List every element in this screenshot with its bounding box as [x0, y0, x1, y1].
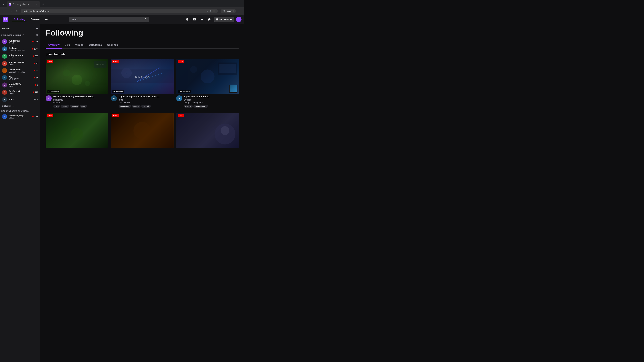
stream-tag-kuku-1[interactable]: English: [60, 105, 69, 108]
sidebar-item-sydeon[interactable]: S Sydeon League of Legends 1.7K: [1, 45, 40, 52]
stream-card-sydeon[interactable]: LIVE 1.7K viewers 5:36:19 S 5 year anni …: [176, 59, 239, 108]
tab-videos[interactable]: Videos: [72, 41, 86, 49]
followed-channels-title: FOLLOWED CHANNELS: [1, 34, 24, 36]
stream-tag-nats-0[interactable]: VALORANT: [118, 105, 131, 108]
tab-categories[interactable]: Categories: [86, 41, 105, 49]
stream-card-s6[interactable]: LIVE: [176, 113, 239, 149]
refresh-button[interactable]: ↻: [15, 9, 20, 13]
new-tab-button[interactable]: +: [41, 2, 46, 7]
sidebar-item-solapsapdota[interactable]: S solapsapdota Dota 2 600: [1, 53, 40, 60]
svg-rect-19: [111, 113, 174, 148]
star-icon[interactable]: ☆: [206, 10, 208, 12]
forward-button[interactable]: →: [9, 9, 14, 13]
inbox-button[interactable]: [192, 17, 197, 22]
channel-viewers-kukudota2: 3.2K: [32, 41, 38, 43]
avatar-initial: B: [4, 115, 5, 117]
bits-button[interactable]: [184, 17, 190, 22]
browser-nav-icons: Incognito ⋮: [220, 9, 242, 13]
avatar-initial: S: [4, 48, 5, 50]
channel-game-vanholiday: Escape from Tarkov: [9, 71, 32, 73]
stream-scene-s5: [111, 113, 174, 148]
svg-rect-15: [219, 64, 236, 73]
tab-channels[interactable]: Channels: [104, 41, 121, 49]
address-bar[interactable]: twitch.tv/directory/following ☆ ⊞ ⬛: [21, 9, 218, 13]
live-badge-nats: LIVE: [112, 60, 118, 63]
search-icon: [144, 18, 147, 21]
tab-group-back[interactable]: ❮: [1, 2, 6, 7]
nav-browse[interactable]: Browse: [29, 17, 41, 22]
show-more-button[interactable]: Show More: [1, 104, 40, 108]
bits-icon: [186, 18, 189, 21]
channel-avatar-kukudota2: K: [2, 39, 7, 44]
channel-avatar-mikarosemusic: M: [2, 61, 7, 66]
avatar-initial: M: [4, 62, 5, 64]
sidebar-item-magic899tv[interactable]: M Magic899TV Music 2: [1, 81, 40, 88]
channel-game-betboom: Dota 2: [9, 117, 30, 119]
user-avatar[interactable]: [236, 17, 242, 22]
stream-card-nats[interactable]: BUY PHASE SAP LIVE 3K viewers N: [111, 59, 174, 108]
stream-card-s4[interactable]: LIVE: [46, 113, 108, 149]
whispers-button[interactable]: [206, 17, 212, 22]
channel-viewers-mikarosemusic: 98: [34, 62, 38, 64]
browser-menu-button[interactable]: ⋮: [237, 9, 242, 13]
stream-tag-nats-2[interactable]: Русский: [141, 105, 151, 108]
sidebar-item-nats[interactable]: N nAts VALORANT 3K: [1, 74, 40, 81]
extension-icon[interactable]: ⬛: [213, 10, 215, 12]
stream-tag-kuku-0[interactable]: kuku: [53, 105, 60, 108]
sort-icon[interactable]: ⇅: [35, 33, 39, 37]
active-tab[interactable]: Following - Twitch ×: [7, 1, 40, 7]
stream-channel-avatar-nats[interactable]: N: [111, 95, 117, 101]
sidebar-item-betboom-eng2[interactable]: B betboom_eng2 Dota 2 3.4K: [1, 113, 40, 120]
channel-viewers-solapsapdota: 600: [33, 55, 38, 57]
top-nav: Following Browse ••• Get Ad-Fre: [0, 15, 244, 24]
stream-tag-sydeon-0[interactable]: English: [184, 105, 193, 108]
search-input[interactable]: [69, 16, 149, 22]
channel-avatar-yowe: Y: [2, 97, 7, 102]
incognito-badge[interactable]: Incognito: [220, 9, 236, 13]
stream-tag-nats-1[interactable]: English: [132, 105, 140, 108]
channel-name-mikarosemusic: MikaRoseMusic: [9, 61, 32, 64]
svg-text:RIVALRY: RIVALRY: [96, 63, 104, 65]
stream-game-sydeon[interactable]: League of Legends: [184, 101, 239, 104]
avatar-initial: V: [4, 69, 5, 71]
stream-thumbnail-image-kuku: RIVALRY: [46, 59, 108, 94]
channel-avatar-nats: N: [2, 75, 7, 80]
notifications-button[interactable]: [199, 17, 204, 22]
sidebar-item-yowe[interactable]: Y yowe Offline: [1, 96, 40, 103]
stream-game-nats[interactable]: VALORANT: [118, 101, 174, 104]
stream-channel-sydeon[interactable]: Sydeon: [184, 98, 239, 101]
sidebar-item-kukudota2[interactable]: K kukudota2 Dota 2 3.2K: [1, 38, 40, 45]
stream-channel-avatar-sydeon[interactable]: S: [176, 95, 182, 101]
stream-card-s5[interactable]: LIVE: [111, 113, 174, 149]
sidebar-item-vanholiday[interactable]: V VanHoliday Escape from Tarkov 22: [1, 67, 40, 74]
recommended-channels-header: RECOMMENDED CHANNELS: [0, 109, 40, 113]
nav-following[interactable]: Following: [12, 17, 26, 22]
stream-channel-avatar-kuku[interactable]: K: [46, 95, 52, 101]
back-button[interactable]: ←: [3, 9, 8, 13]
tab-overview[interactable]: Overview: [46, 41, 62, 49]
sidebar-item-for-you[interactable]: For You ↵: [1, 26, 40, 31]
sidebar-item-rayrachel[interactable]: R RayRachel Music 772: [1, 89, 40, 96]
search-submit-button[interactable]: [142, 16, 149, 22]
nav-more-button[interactable]: •••: [44, 17, 50, 22]
stream-card-kuku[interactable]: RIVALRY LIVE 3.2K viewers K RANK 44 IN S…: [46, 59, 108, 108]
tab-group-icon[interactable]: ⊞: [210, 10, 211, 12]
stream-tag-sydeon-1[interactable]: BlackBrilliance: [193, 105, 208, 108]
live-channels-section-title: Live channels: [46, 53, 239, 56]
channel-viewers-magic899tv: 2: [35, 84, 38, 86]
browser-nav-bar: ← → ↻ twitch.tv/directory/following ☆ ⊞ …: [0, 7, 244, 15]
collapse-icon[interactable]: ↵: [36, 27, 38, 30]
main-content: For You ↵ FOLLOWED CHANNELS ⇅ K kukudota…: [0, 24, 244, 362]
sidebar-item-mikarosemusic[interactable]: M MikaRoseMusic Music 98: [1, 60, 40, 67]
stream-scene-nats: BUY PHASE SAP: [111, 59, 174, 94]
stream-channel-nats[interactable]: nAts: [118, 98, 174, 101]
ad-free-button[interactable]: Get Ad-Free: [214, 17, 234, 22]
tab-close-button[interactable]: ×: [36, 3, 38, 6]
stream-tag-kuku-3[interactable]: dota2: [80, 105, 87, 108]
stream-channel-kuku[interactable]: kukudota2: [53, 98, 108, 101]
stream-game-kuku[interactable]: Dota 2: [53, 101, 108, 104]
stream-tag-kuku-2[interactable]: Tagalog: [70, 105, 79, 108]
twitch-logo[interactable]: [3, 17, 8, 22]
channel-name-yowe: yowe: [9, 98, 31, 101]
tab-live[interactable]: Live: [62, 41, 72, 49]
